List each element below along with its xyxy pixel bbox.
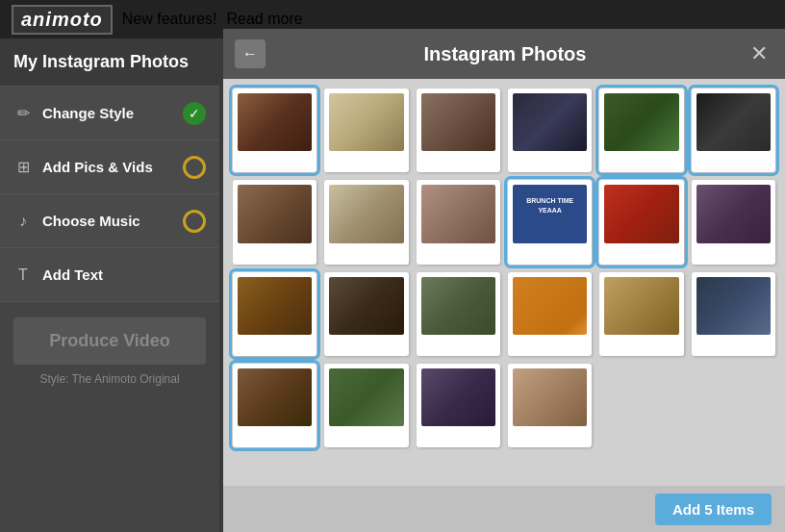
photo-item-18[interactable] [692,272,775,356]
photo-image-1 [238,93,312,151]
sidebar-item-choose-music[interactable]: ♪ Choose Music [0,194,219,248]
photo-image-22 [513,368,587,426]
photo-item-20[interactable] [324,364,408,447]
photo-item-6[interactable] [692,89,775,172]
add-text-label: Add Text [42,266,103,283]
photo-image-5 [604,93,678,151]
photo-item-13[interactable] [233,272,317,356]
music-icon: ♪ [13,213,33,230]
new-features-text: New features! [122,11,217,28]
photo-item-17[interactable] [599,272,683,356]
photo-item-7[interactable] [233,180,317,264]
photo-image-14 [329,277,403,335]
photo-item-10[interactable] [508,180,592,264]
photo-image-13 [238,277,312,335]
pencil-icon: ✏ [13,104,33,122]
circle-badge-pics [183,156,206,179]
photo-image-10 [513,185,587,242]
photo-image-7 [238,185,312,242]
photo-item-8[interactable] [324,180,408,264]
photo-image-17 [604,277,678,335]
photo-image-9 [421,185,495,242]
photo-item-5[interactable] [599,89,683,172]
photo-image-12 [696,185,771,242]
photo-grid [233,89,775,447]
logo: animoto [12,5,113,35]
photo-image-11 [604,185,678,242]
photo-item-9[interactable] [417,180,500,264]
modal-close-button[interactable]: ✕ [745,41,773,66]
modal-title: Instagram Photos [266,43,745,65]
modal-back-button[interactable]: ← [235,39,266,68]
choose-music-label: Choose Music [42,213,140,229]
read-more-link[interactable]: Read more [227,11,303,28]
photo-image-6 [696,93,771,151]
sidebar-item-change-style[interactable]: ✏ Change Style ✓ [0,87,219,140]
instagram-photos-modal: ← Instagram Photos ✕ Add 5 Items [223,29,785,532]
photo-item-22[interactable] [508,364,592,447]
photo-item-12[interactable] [692,180,775,264]
photo-image-18 [696,277,771,335]
photo-image-21 [421,368,495,426]
photo-item-16[interactable] [508,272,592,356]
circle-badge-music [183,210,206,233]
sidebar: My Instagram Photos ✏ Change Style ✓ ⊞ A… [0,38,219,532]
photo-image-8 [329,185,403,242]
text-icon: T [13,266,33,284]
photo-image-4 [513,93,587,151]
pics-icon: ⊞ [13,158,33,176]
photo-image-15 [421,277,495,335]
add-pics-vids-label: Add Pics & Vids [42,159,153,175]
photo-item-19[interactable] [233,364,317,447]
add-items-button[interactable]: Add 5 Items [655,494,772,525]
photo-item-2[interactable] [324,89,408,172]
photo-item-15[interactable] [417,272,500,356]
photo-item-4[interactable] [508,89,592,172]
modal-header: ← Instagram Photos ✕ [223,29,785,79]
modal-footer: Add 5 Items [223,486,785,532]
produce-video-button[interactable]: Produce Video [13,317,206,365]
sidebar-item-add-pics-vids[interactable]: ⊞ Add Pics & Vids [0,140,219,194]
photo-image-2 [329,93,403,151]
photo-image-19 [238,368,312,426]
photo-grid-container[interactable] [223,79,785,486]
photo-item-1[interactable] [233,89,317,172]
check-badge: ✓ [183,102,206,125]
photo-item-21[interactable] [417,364,500,447]
photo-image-16 [513,277,587,335]
photo-item-3[interactable] [417,89,500,172]
style-label: Style: The Animoto Original [0,368,219,390]
photo-item-14[interactable] [324,272,408,356]
photo-image-20 [329,368,403,426]
photo-item-11[interactable] [599,180,683,264]
sidebar-item-add-text[interactable]: T Add Text [0,248,219,302]
photo-image-3 [421,93,495,151]
change-style-label: Change Style [42,105,134,121]
sidebar-title: My Instagram Photos [0,38,219,87]
